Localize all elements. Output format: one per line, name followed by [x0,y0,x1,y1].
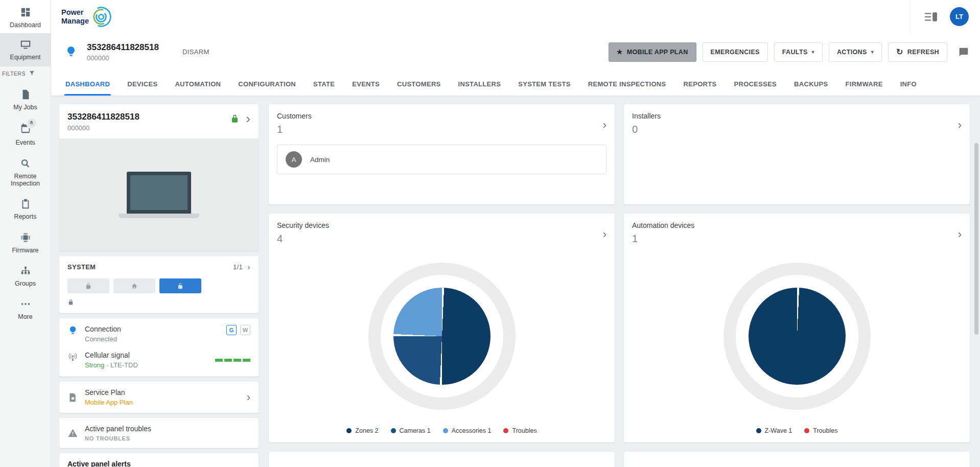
sidebar-item-remote-inspection[interactable]: Remote Inspection [0,152,51,193]
my-jobs-icon [20,89,31,100]
tab-installers[interactable]: INSTALLERS [457,80,502,96]
security-devices-card: Security devices 4 › Zones 2 Cameras 1 A… [269,214,615,442]
sidebar-item-equipment[interactable]: Equipment [0,33,51,66]
app-root: Dashboard Equipment FILTERS My Jobs Even… [0,0,980,467]
connection-status: Connected [85,335,121,343]
sidebar-item-reports[interactable]: Reports [0,193,51,226]
sidebar-item-groups[interactable]: Groups [0,260,51,293]
sidebar-item-my-jobs[interactable]: My Jobs [0,83,51,116]
disarm-button[interactable] [159,278,201,293]
equipment-icon [20,39,31,50]
service-plan-card[interactable]: Service Plan Mobile App Plan › [59,382,259,413]
tab-state[interactable]: STATE [312,80,336,96]
devices-row: Security devices 4 › Zones 2 Cameras 1 A… [269,214,970,442]
cellular-antenna-icon [67,352,78,362]
logo-line2: Manage [61,17,89,25]
tab-devices[interactable]: DEVICES [126,80,158,96]
installers-count: 0 [632,124,962,135]
people-row: Customers 1 › A Admin Installers 0 › [269,104,970,204]
tab-configuration[interactable]: CONFIGURATION [237,80,297,96]
sidebar-item-events[interactable]: Events [0,117,51,152]
arm-state-label: DISARM [182,48,209,56]
groups-icon [20,265,31,276]
system-card: SYSTEM 1/1 › [59,256,259,313]
panel-card-id: 353286411828518 [67,112,139,122]
system-label: SYSTEM [67,263,96,271]
sidebar-label: Reports [14,213,37,220]
faults-button[interactable]: FAULTS ▾ [774,42,823,62]
arm-home-button[interactable] [113,278,155,293]
connection-bulb-icon [67,325,78,336]
tab-system-tests[interactable]: SYSTEM TESTS [517,80,572,96]
panel-card-account: 000000 [67,124,139,132]
chevron-right-icon[interactable]: › [958,229,962,240]
lock-icon [85,283,92,290]
chevron-right-icon[interactable]: › [603,120,606,131]
customers-count: 1 [277,124,606,135]
tab-dashboard[interactable]: DASHBOARD [64,80,111,96]
security-title: Security devices [277,221,606,229]
chevron-right-icon[interactable]: › [958,120,962,131]
security-pie [393,288,491,385]
chevron-right-icon[interactable]: › [247,263,250,271]
gsm-channel-badge: G [226,325,237,335]
security-count: 4 [277,233,606,245]
legend-dot [346,428,352,433]
tab-remote-inspections[interactable]: REMOTE INSPECTIONS [587,80,667,96]
tab-info[interactable]: INFO [899,80,918,96]
refresh-button[interactable]: ↻ REFRESH [888,42,947,62]
security-donut-chart [368,263,516,410]
tab-processes[interactable]: PROCESSES [733,80,778,96]
sidebar-label: Remote Inspection [2,173,49,188]
layout-toggle-icon[interactable] [924,11,938,22]
service-plan-value: Mobile App Plan [85,399,133,406]
installers-card: Installers 0 › [624,104,970,204]
power-manage-logo[interactable]: Power Manage [61,6,112,28]
sidebar-label: Equipment [10,54,41,61]
system-pager: 1/1 [233,263,243,271]
mobile-app-plan-button[interactable]: ★ MOBILE APP PLAN [609,42,696,62]
sidebar-item-firmware[interactable]: Firmware [0,226,51,260]
sidebar-label: Events [15,139,35,146]
automation-devices-card: Automation devices 1 › Z-Wave 1 Troubles [624,214,970,442]
tab-reports[interactable]: REPORTS [683,80,718,96]
automation-legend: Z-Wave 1 Troubles [632,427,962,435]
page-scrollbar[interactable] [974,143,978,335]
tab-firmware[interactable]: FIRMWARE [844,80,883,96]
panel-alerts-card: Active panel alerts [59,453,259,467]
actions-button[interactable]: ACTIONS ▾ [829,42,882,62]
chat-icon [959,47,969,57]
laptop-image [127,172,191,214]
automation-count: 1 [632,233,962,245]
sidebar-label: Firmware [12,247,38,254]
tab-events[interactable]: EVENTS [351,80,381,96]
legend-dot [443,428,448,433]
home-icon [131,283,138,290]
arm-away-button[interactable] [67,278,109,293]
sidebar-item-dashboard[interactable]: Dashboard [0,0,51,33]
automation-pie [749,288,846,385]
sidebar-item-filters[interactable]: FILTERS [0,66,51,83]
chevron-right-icon[interactable]: › [603,229,606,240]
legend-dot [391,428,396,433]
sidebar-label: Dashboard [10,21,41,29]
panel-bulb-icon [64,45,78,59]
filter-icon [29,70,35,77]
emergencies-button[interactable]: EMERGENCIES [703,42,768,62]
customer-row-admin[interactable]: A Admin [277,145,606,174]
chat-button[interactable] [959,47,969,57]
chevron-right-icon[interactable]: › [247,392,250,403]
service-plan-icon [67,392,78,403]
top-bar: Power Manage LT [51,0,980,33]
network-type: LTE-TDD [110,361,138,369]
tab-customers[interactable]: CUSTOMERS [396,80,442,96]
sidebar-item-more[interactable]: More [0,293,51,326]
tab-backups[interactable]: BACKUPS [793,80,829,96]
unlock-icon [177,283,184,290]
signal-bars [215,359,250,362]
chevron-right-icon[interactable]: › [246,112,250,125]
dashboard-content: 353286411828518 000000 › [51,96,980,467]
more-dots-icon [20,298,31,310]
tab-automation[interactable]: AUTOMATION [174,80,222,96]
user-avatar[interactable]: LT [950,7,969,26]
